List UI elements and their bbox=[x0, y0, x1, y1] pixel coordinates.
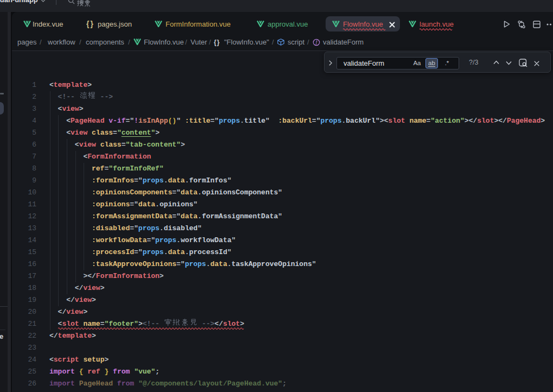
svg-text:f: f bbox=[316, 40, 318, 45]
